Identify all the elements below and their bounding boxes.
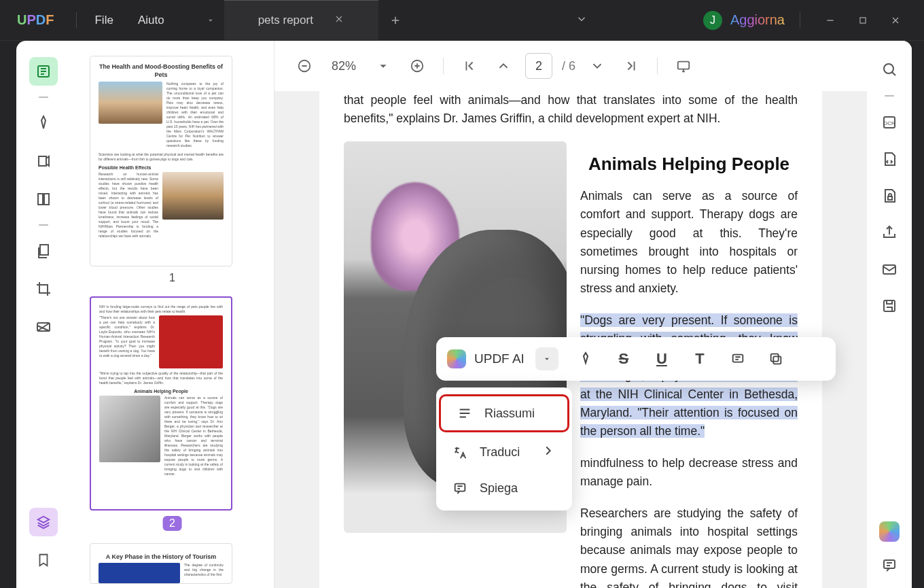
thumbnail-page-1[interactable]: The Health and Mood-Boosting Benefits of… xyxy=(90,56,232,266)
ai-item-label: Spiega xyxy=(480,481,518,496)
highlighter-icon[interactable] xyxy=(29,109,58,137)
svg-rect-4 xyxy=(40,245,48,255)
page-number-input[interactable] xyxy=(525,53,552,79)
presentation-icon[interactable] xyxy=(671,54,696,78)
document-tab[interactable]: pets report xyxy=(224,0,378,41)
ocr-icon[interactable]: OCR xyxy=(877,110,902,135)
update-button[interactable]: Aggiorna xyxy=(730,12,785,28)
ai-dropdown-button[interactable] xyxy=(535,347,558,370)
maximize-button[interactable] xyxy=(848,5,878,35)
copy-tool-icon[interactable] xyxy=(760,345,792,373)
first-page-button[interactable] xyxy=(457,54,482,78)
ai-item-label: Riassumi xyxy=(484,407,535,421)
divider xyxy=(800,12,800,29)
svg-rect-0 xyxy=(860,17,866,22)
next-page-button[interactable] xyxy=(585,54,609,78)
tab-dropdown[interactable] xyxy=(197,16,224,25)
svg-rect-14 xyxy=(884,300,895,311)
thumbnail-panel: The Health and Mood-Boosting Benefits of… xyxy=(71,41,274,588)
zoom-in-button[interactable] xyxy=(405,54,429,78)
save-icon[interactable] xyxy=(877,294,902,318)
svg-rect-18 xyxy=(771,354,779,362)
svg-rect-16 xyxy=(733,355,743,362)
divider xyxy=(443,58,444,74)
edit-icon[interactable] xyxy=(29,147,58,175)
ai-translate-item[interactable]: Traduci xyxy=(436,434,572,471)
svg-point-9 xyxy=(884,64,893,73)
thumb-label-1: 1 xyxy=(90,272,255,284)
svg-text:OCR: OCR xyxy=(883,120,895,126)
document-heading: Animals Helping People xyxy=(580,154,798,175)
ai-item-label: Traduci xyxy=(480,445,520,460)
thumb-label-2: 2 xyxy=(162,516,182,531)
divider xyxy=(39,224,48,226)
divider xyxy=(885,95,894,97)
squiggly-tool-icon[interactable]: T xyxy=(683,345,716,373)
page-organize-icon[interactable] xyxy=(29,185,58,213)
bookmark-icon[interactable] xyxy=(29,546,58,574)
profile-avatar[interactable]: J xyxy=(703,11,722,30)
svg-rect-12 xyxy=(888,196,892,200)
new-tab-button[interactable] xyxy=(378,14,412,27)
note-tool-icon[interactable] xyxy=(722,345,754,373)
highlight-tool-icon[interactable] xyxy=(569,345,602,373)
redact-icon[interactable] xyxy=(29,313,58,341)
menu-help[interactable]: Aiuto xyxy=(126,14,177,27)
crop-icon[interactable] xyxy=(29,275,58,303)
thumbnail-page-2[interactable]: NIH is funding large-scale surveys to fi… xyxy=(90,296,232,511)
updf-ai-logo-icon xyxy=(447,349,466,368)
ai-label: UPDF AI xyxy=(474,351,525,366)
thumb-subhead: Possible Health Effects xyxy=(99,165,224,171)
tab-close-icon[interactable] xyxy=(334,14,344,28)
ai-summarize-item[interactable]: Riassumi xyxy=(439,394,569,432)
svg-rect-15 xyxy=(884,560,895,568)
app-logo: UPDF xyxy=(17,12,54,28)
paragraph: Animals can serve as a source of comfort… xyxy=(580,187,798,298)
svg-rect-19 xyxy=(455,484,465,491)
paragraph: mindfulness to help decrease stress and … xyxy=(580,454,798,491)
svg-rect-13 xyxy=(883,265,895,274)
viewer-toolbar: 82% / 6 xyxy=(274,41,867,91)
thumbnail-page-3[interactable]: A Key Phase in the History of Tourism Th… xyxy=(90,543,232,584)
share-icon[interactable] xyxy=(877,220,902,245)
chevron-right-icon xyxy=(541,443,556,462)
strikethrough-tool-icon[interactable]: S xyxy=(607,345,640,373)
svg-rect-17 xyxy=(773,356,781,364)
menu-file[interactable]: File xyxy=(82,14,125,27)
last-page-button[interactable] xyxy=(619,54,643,78)
paragraph: Researchers are studying the safety of b… xyxy=(580,504,798,588)
thumb-heading: Animals Helping People xyxy=(99,388,223,394)
tab-label: pets report xyxy=(258,14,313,27)
close-window-button[interactable] xyxy=(881,5,910,35)
svg-rect-2 xyxy=(38,194,43,205)
email-icon[interactable] xyxy=(877,257,902,281)
svg-rect-8 xyxy=(678,62,690,69)
thumb-heading: A Key Phase in the History of Tourism xyxy=(99,553,224,561)
comment-icon[interactable] xyxy=(877,553,902,577)
updf-ai-icon[interactable] xyxy=(879,521,900,542)
protect-icon[interactable] xyxy=(877,184,902,208)
svg-rect-3 xyxy=(44,194,49,205)
divider xyxy=(76,12,77,29)
title-bar: UPDF File Aiuto pets report J Aggiorna xyxy=(0,0,924,41)
tab-overflow-icon[interactable] xyxy=(575,13,588,28)
right-toolbar: OCR xyxy=(867,41,912,588)
underline-tool-icon[interactable]: U xyxy=(645,345,678,373)
divider xyxy=(657,58,658,74)
convert-icon[interactable] xyxy=(877,147,902,171)
ai-explain-item[interactable]: Spiega xyxy=(436,471,572,505)
paragraph: that people feel with animals—and how th… xyxy=(344,91,798,128)
search-icon[interactable] xyxy=(877,57,902,82)
zoom-dropdown[interactable] xyxy=(371,54,395,78)
left-toolbar xyxy=(16,41,71,588)
reader-mode-icon[interactable] xyxy=(29,57,58,86)
divider xyxy=(39,97,48,98)
page-total: / 6 xyxy=(562,59,575,73)
layers-icon[interactable] xyxy=(29,508,58,536)
zoom-level: 82% xyxy=(332,59,356,73)
prev-page-button[interactable] xyxy=(491,54,516,78)
pages-icon[interactable] xyxy=(29,237,58,265)
minimize-button[interactable] xyxy=(815,5,845,35)
zoom-out-button[interactable] xyxy=(292,54,317,78)
thumb-title: The Health and Mood-Boosting Benefits of… xyxy=(99,63,224,79)
